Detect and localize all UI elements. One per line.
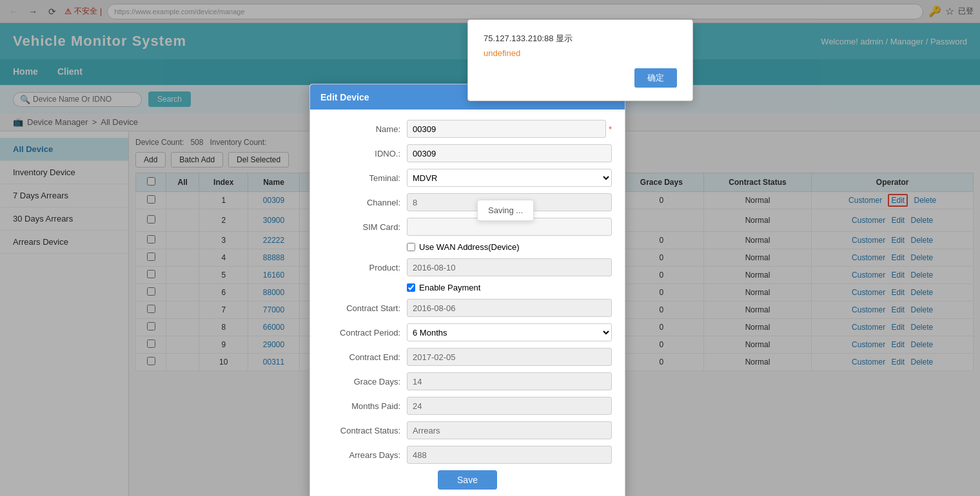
contract-end-input (407, 348, 612, 366)
form-row-idno: IDNO.: (323, 144, 612, 162)
contract-status-label: Contract Status: (323, 426, 407, 435)
save-button[interactable]: Save (438, 470, 497, 490)
months-paid-input (407, 397, 612, 415)
form-row-arrears-days: Arrears Days: (323, 446, 612, 464)
enable-payment-checkbox[interactable] (407, 283, 415, 292)
terminal-label: Teminal: (323, 173, 407, 183)
edit-device-modal: Edit Device ✕ Name: * IDNO.: Teminal: MD… (309, 84, 625, 496)
alert-actions: 确定 (484, 68, 677, 88)
form-row-contract-end: Contract End: (323, 348, 612, 366)
terminal-select[interactable]: MDVR DVR GPS (407, 169, 612, 187)
idno-input[interactable] (407, 144, 612, 162)
modal-title: Edit Device (320, 92, 369, 102)
idno-label: IDNO.: (323, 149, 407, 158)
form-row-contract-period: Contract Period: 6 Months 12 Months 24 M… (323, 323, 612, 341)
form-row-product: Product: (323, 258, 612, 276)
alert-title: 75.127.133.210:88 显示 (484, 33, 677, 44)
contract-start-label: Contract Start: (323, 303, 407, 313)
saving-tooltip: Saving ... (477, 200, 534, 221)
form-row-contract-start: Contract Start: (323, 299, 612, 317)
form-row-months-paid: Months Paid: (323, 397, 612, 415)
form-row-terminal: Teminal: MDVR DVR GPS (323, 169, 612, 187)
name-input[interactable] (407, 120, 606, 138)
confirm-btn[interactable]: 确定 (634, 68, 677, 88)
arrears-days-input (407, 446, 612, 464)
product-label: Product: (323, 263, 407, 272)
form-row-channel: Channel: (323, 193, 612, 211)
modal-body: Name: * IDNO.: Teminal: MDVR DVR GPS Cha… (310, 110, 625, 496)
name-label: Name: (323, 124, 407, 134)
form-row-use-wan: Use WAN Address(Device) (323, 242, 612, 252)
contract-period-select[interactable]: 6 Months 12 Months 24 Months 36 Months (407, 323, 612, 341)
channel-label: Channel: (323, 198, 407, 207)
contract-start-input (407, 299, 612, 317)
simcard-label: SIM Card: (323, 222, 407, 232)
use-wan-label: Use WAN Address(Device) (419, 242, 520, 252)
name-required: * (609, 124, 612, 134)
product-input (407, 258, 612, 276)
months-paid-label: Months Paid: (323, 401, 407, 411)
grace-days-label: Grace Days: (323, 377, 407, 386)
form-row-grace-days: Grace Days: (323, 372, 612, 390)
form-row-simcard: SIM Card: (323, 218, 612, 236)
grace-days-input (407, 372, 612, 390)
contract-period-label: Contract Period: (323, 328, 407, 338)
form-row-name: Name: * (323, 120, 612, 138)
use-wan-checkbox[interactable] (407, 243, 415, 251)
contract-status-input (407, 421, 612, 439)
enable-payment-label: Enable Payment (419, 283, 480, 292)
saving-text: Saving ... (488, 205, 523, 215)
alert-dialog: 75.127.133.210:88 显示 undefined 确定 (467, 19, 693, 101)
form-row-enable-payment: Enable Payment (323, 283, 612, 292)
alert-message: undefined (484, 48, 677, 58)
form-row-contract-status: Contract Status: (323, 421, 612, 439)
arrears-days-label: Arrears Days: (323, 450, 407, 460)
contract-end-label: Contract End: (323, 352, 407, 362)
